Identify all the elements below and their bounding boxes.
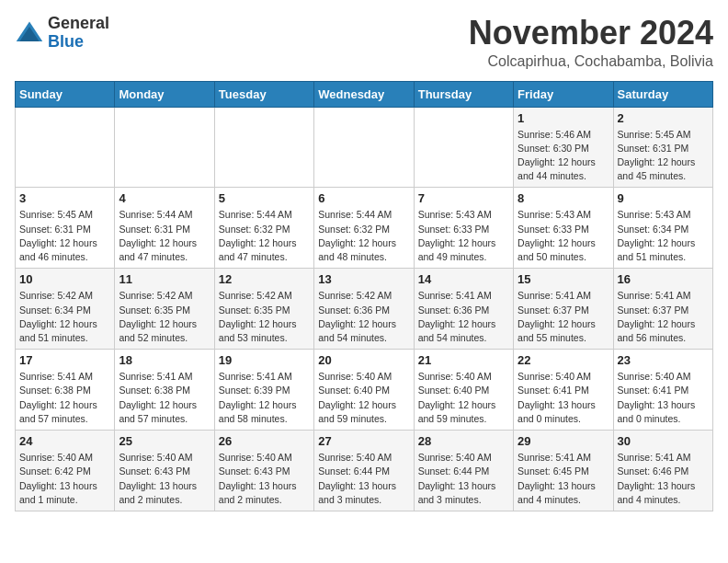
day-info: Sunrise: 5:42 AM Sunset: 6:34 PM Dayligh… — [19, 289, 110, 345]
calendar-day-cell: 25Sunrise: 5:40 AM Sunset: 6:43 PM Dayli… — [115, 431, 214, 511]
day-info: Sunrise: 5:40 AM Sunset: 6:44 PM Dayligh… — [418, 451, 509, 507]
calendar-day-cell — [314, 107, 414, 188]
title-area: November 2024 Colcapirhua, Cochabamba, B… — [469, 15, 713, 70]
calendar-day-cell: 1Sunrise: 5:46 AM Sunset: 6:30 PM Daylig… — [514, 107, 613, 188]
day-info: Sunrise: 5:42 AM Sunset: 6:35 PM Dayligh… — [119, 289, 210, 345]
day-number: 19 — [219, 353, 310, 367]
day-number: 12 — [219, 272, 310, 286]
day-number: 17 — [19, 353, 110, 367]
day-info: Sunrise: 5:43 AM Sunset: 6:33 PM Dayligh… — [518, 208, 609, 264]
calendar-week-row: 1Sunrise: 5:46 AM Sunset: 6:30 PM Daylig… — [16, 107, 713, 188]
calendar-day-cell: 18Sunrise: 5:41 AM Sunset: 6:38 PM Dayli… — [115, 350, 214, 431]
day-info: Sunrise: 5:41 AM Sunset: 6:46 PM Dayligh… — [618, 451, 709, 507]
header: General Blue November 2024 Colcapirhua, … — [15, 15, 713, 70]
calendar-day-cell: 19Sunrise: 5:41 AM Sunset: 6:39 PM Dayli… — [214, 350, 313, 431]
day-number: 8 — [518, 191, 609, 205]
day-number: 10 — [19, 272, 110, 286]
day-info: Sunrise: 5:41 AM Sunset: 6:36 PM Dayligh… — [418, 289, 509, 345]
calendar-day-cell: 24Sunrise: 5:40 AM Sunset: 6:42 PM Dayli… — [16, 431, 115, 511]
day-number: 5 — [219, 191, 310, 205]
day-number: 29 — [518, 434, 609, 448]
calendar-week-row: 24Sunrise: 5:40 AM Sunset: 6:42 PM Dayli… — [16, 431, 713, 511]
day-info: Sunrise: 5:40 AM Sunset: 6:40 PM Dayligh… — [418, 370, 509, 426]
weekday-header: Monday — [115, 81, 214, 107]
day-info: Sunrise: 5:41 AM Sunset: 6:39 PM Dayligh… — [219, 370, 310, 426]
calendar-day-cell: 12Sunrise: 5:42 AM Sunset: 6:35 PM Dayli… — [214, 269, 313, 350]
calendar-day-cell: 23Sunrise: 5:40 AM Sunset: 6:41 PM Dayli… — [613, 350, 712, 431]
day-info: Sunrise: 5:40 AM Sunset: 6:40 PM Dayligh… — [318, 370, 409, 426]
day-number: 2 — [618, 111, 709, 125]
calendar-day-cell: 3Sunrise: 5:45 AM Sunset: 6:31 PM Daylig… — [16, 188, 115, 269]
weekday-header: Tuesday — [214, 81, 313, 107]
calendar-week-row: 10Sunrise: 5:42 AM Sunset: 6:34 PM Dayli… — [16, 269, 713, 350]
day-info: Sunrise: 5:41 AM Sunset: 6:37 PM Dayligh… — [618, 289, 709, 345]
day-info: Sunrise: 5:44 AM Sunset: 6:32 PM Dayligh… — [219, 208, 310, 264]
day-info: Sunrise: 5:41 AM Sunset: 6:45 PM Dayligh… — [518, 451, 609, 507]
calendar-day-cell: 14Sunrise: 5:41 AM Sunset: 6:36 PM Dayli… — [414, 269, 513, 350]
day-info: Sunrise: 5:40 AM Sunset: 6:43 PM Dayligh… — [119, 451, 210, 507]
calendar-day-cell: 4Sunrise: 5:44 AM Sunset: 6:31 PM Daylig… — [115, 188, 214, 269]
calendar-day-cell: 10Sunrise: 5:42 AM Sunset: 6:34 PM Dayli… — [16, 269, 115, 350]
day-info: Sunrise: 5:41 AM Sunset: 6:38 PM Dayligh… — [19, 370, 110, 426]
calendar-day-cell: 26Sunrise: 5:40 AM Sunset: 6:43 PM Dayli… — [214, 431, 313, 511]
logo: General Blue — [15, 15, 109, 52]
calendar-day-cell: 27Sunrise: 5:40 AM Sunset: 6:44 PM Dayli… — [314, 431, 414, 511]
calendar-day-cell: 29Sunrise: 5:41 AM Sunset: 6:45 PM Dayli… — [514, 431, 613, 511]
calendar-day-cell: 21Sunrise: 5:40 AM Sunset: 6:40 PM Dayli… — [414, 350, 513, 431]
weekday-header-row: SundayMondayTuesdayWednesdayThursdayFrid… — [16, 81, 713, 107]
day-number: 13 — [318, 272, 409, 286]
weekday-header: Sunday — [16, 81, 115, 107]
calendar-day-cell — [214, 107, 313, 188]
calendar-day-cell: 11Sunrise: 5:42 AM Sunset: 6:35 PM Dayli… — [115, 269, 214, 350]
calendar-day-cell: 5Sunrise: 5:44 AM Sunset: 6:32 PM Daylig… — [214, 188, 313, 269]
weekday-header: Thursday — [414, 81, 513, 107]
weekday-header: Saturday — [613, 81, 712, 107]
day-number: 30 — [618, 434, 709, 448]
weekday-header: Friday — [514, 81, 613, 107]
day-number: 4 — [119, 191, 210, 205]
location-subtitle: Colcapirhua, Cochabamba, Bolivia — [469, 53, 713, 70]
calendar-day-cell: 30Sunrise: 5:41 AM Sunset: 6:46 PM Dayli… — [613, 431, 712, 511]
day-number: 25 — [119, 434, 210, 448]
day-number: 3 — [19, 191, 110, 205]
calendar-day-cell: 28Sunrise: 5:40 AM Sunset: 6:44 PM Dayli… — [414, 431, 513, 511]
day-info: Sunrise: 5:46 AM Sunset: 6:30 PM Dayligh… — [518, 128, 609, 184]
day-info: Sunrise: 5:40 AM Sunset: 6:44 PM Dayligh… — [318, 451, 409, 507]
day-number: 18 — [119, 353, 210, 367]
calendar-week-row: 3Sunrise: 5:45 AM Sunset: 6:31 PM Daylig… — [16, 188, 713, 269]
day-number: 16 — [618, 272, 709, 286]
day-info: Sunrise: 5:41 AM Sunset: 6:38 PM Dayligh… — [119, 370, 210, 426]
calendar-table: SundayMondayTuesdayWednesdayThursdayFrid… — [15, 81, 713, 511]
day-number: 22 — [518, 353, 609, 367]
logo-icon — [15, 18, 44, 48]
day-number: 26 — [219, 434, 310, 448]
calendar-day-cell: 6Sunrise: 5:44 AM Sunset: 6:32 PM Daylig… — [314, 188, 414, 269]
calendar-day-cell — [414, 107, 513, 188]
day-info: Sunrise: 5:44 AM Sunset: 6:31 PM Dayligh… — [119, 208, 210, 264]
calendar-day-cell: 22Sunrise: 5:40 AM Sunset: 6:41 PM Dayli… — [514, 350, 613, 431]
logo-text: General Blue — [48, 15, 109, 52]
calendar-day-cell: 9Sunrise: 5:43 AM Sunset: 6:34 PM Daylig… — [613, 188, 712, 269]
day-number: 20 — [318, 353, 409, 367]
calendar-week-row: 17Sunrise: 5:41 AM Sunset: 6:38 PM Dayli… — [16, 350, 713, 431]
day-info: Sunrise: 5:45 AM Sunset: 6:31 PM Dayligh… — [19, 208, 110, 264]
calendar-day-cell — [16, 107, 115, 188]
day-number: 27 — [318, 434, 409, 448]
day-number: 14 — [418, 272, 509, 286]
day-number: 9 — [618, 191, 709, 205]
day-info: Sunrise: 5:41 AM Sunset: 6:37 PM Dayligh… — [518, 289, 609, 345]
weekday-header: Wednesday — [314, 81, 414, 107]
day-info: Sunrise: 5:43 AM Sunset: 6:33 PM Dayligh… — [418, 208, 509, 264]
day-info: Sunrise: 5:40 AM Sunset: 6:41 PM Dayligh… — [518, 370, 609, 426]
calendar-day-cell: 15Sunrise: 5:41 AM Sunset: 6:37 PM Dayli… — [514, 269, 613, 350]
day-info: Sunrise: 5:40 AM Sunset: 6:42 PM Dayligh… — [19, 451, 110, 507]
day-number: 1 — [518, 111, 609, 125]
day-info: Sunrise: 5:40 AM Sunset: 6:41 PM Dayligh… — [618, 370, 709, 426]
day-number: 23 — [618, 353, 709, 367]
day-info: Sunrise: 5:44 AM Sunset: 6:32 PM Dayligh… — [318, 208, 409, 264]
calendar-day-cell: 16Sunrise: 5:41 AM Sunset: 6:37 PM Dayli… — [613, 269, 712, 350]
calendar-day-cell: 8Sunrise: 5:43 AM Sunset: 6:33 PM Daylig… — [514, 188, 613, 269]
day-number: 7 — [418, 191, 509, 205]
calendar-day-cell — [115, 107, 214, 188]
day-number: 28 — [418, 434, 509, 448]
